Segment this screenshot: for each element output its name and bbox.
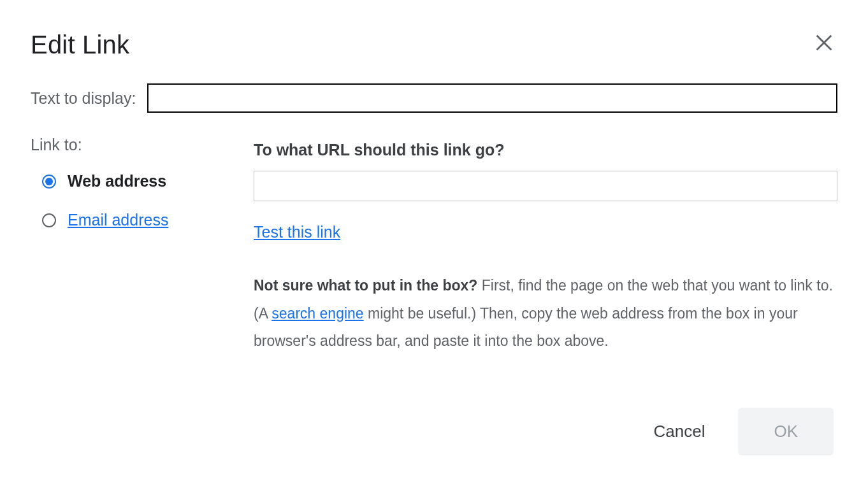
url-column: To what URL should this link go? Test th… [254, 136, 837, 355]
test-link[interactable]: Test this link [254, 223, 340, 241]
search-engine-link[interactable]: search engine [271, 305, 364, 322]
dialog-header: Edit Link [31, 31, 837, 59]
text-to-display-row: Text to display: [31, 83, 837, 113]
dialog-title: Edit Link [31, 31, 129, 59]
cancel-button[interactable]: Cancel [651, 417, 707, 447]
url-question-label: To what URL should this link go? [254, 141, 837, 159]
radio-icon-checked [42, 175, 56, 189]
radio-email-address[interactable]: Email address [42, 211, 215, 229]
edit-link-dialog: Edit Link Text to display: Link to: Web … [0, 0, 868, 479]
ok-button[interactable]: OK [738, 408, 834, 455]
radio-web-address[interactable]: Web address [42, 172, 215, 190]
link-to-column: Link to: Web address Email address [31, 136, 215, 355]
radio-email-address-label: Email address [68, 211, 168, 229]
radio-web-address-label: Web address [68, 172, 166, 190]
text-to-display-input[interactable] [147, 83, 837, 113]
link-to-label: Link to: [31, 136, 215, 154]
help-text: Not sure what to put in the box? First, … [254, 272, 837, 355]
radio-icon-unchecked [42, 213, 56, 227]
close-icon [813, 32, 835, 54]
dialog-footer: Cancel OK [31, 408, 837, 455]
content-row: Link to: Web address Email address To wh… [31, 136, 837, 355]
close-button[interactable] [808, 27, 840, 59]
help-bold: Not sure what to put in the box? [254, 277, 477, 294]
text-to-display-label: Text to display: [31, 89, 136, 108]
url-input[interactable] [254, 171, 837, 201]
